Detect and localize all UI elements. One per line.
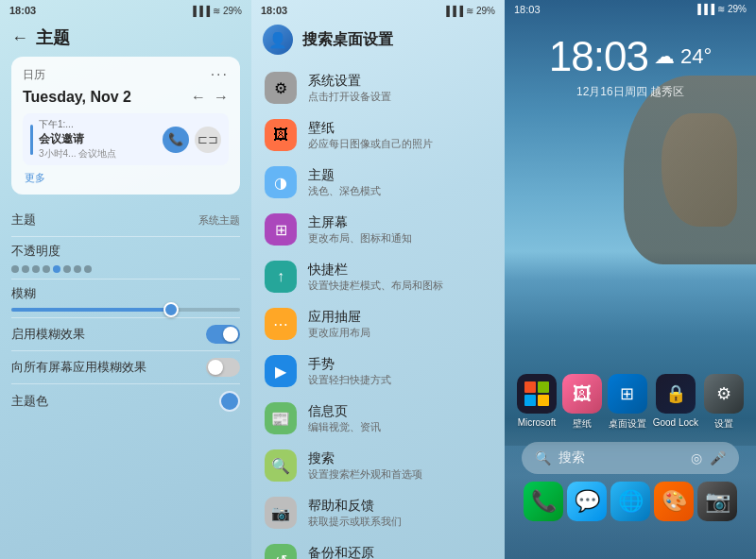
help-title: 帮助和反馈 <box>308 498 491 515</box>
drawer-text: 应用抽屉 更改应用布局 <box>308 309 491 340</box>
home-date-location: 12月16日周四 越秀区 <box>505 84 756 100</box>
wifi-p1: ≋ <box>213 6 220 16</box>
wallpaper-title: 壁纸 <box>308 120 491 137</box>
home-signal: ▐▐▐ <box>695 4 714 15</box>
battery-p2: 29% <box>476 6 495 16</box>
rock-1 <box>662 113 737 227</box>
phone-icon: 📞 <box>531 489 557 514</box>
cal-phone-icon[interactable]: 📞 <box>163 127 189 153</box>
system-title: 系统设置 <box>308 73 491 90</box>
settings-app[interactable]: ⚙ 设置 <box>704 374 744 431</box>
search-menu-title: 搜索 <box>308 450 491 467</box>
quickbar-text: 快捷栏 设置快捷栏模式、布局和图标 <box>308 262 491 293</box>
blur-fill <box>11 308 171 312</box>
menu-item-drawer[interactable]: ⋯ 应用抽屉 更改应用布局 <box>251 300 505 347</box>
gestures-title: 手势 <box>308 356 491 373</box>
dot2 <box>22 265 29 273</box>
cal-more-link[interactable]: 更多 <box>23 171 229 185</box>
panel2-header: 👤 搜索桌面设置 <box>251 21 505 60</box>
home-battery: 29% <box>728 4 747 15</box>
cal-next[interactable]: → <box>214 89 229 106</box>
settings-label: 设置 <box>714 417 733 431</box>
blur-slider-track[interactable] <box>11 308 240 312</box>
browser-icon: 🌐 <box>618 489 644 514</box>
menu-item-backup[interactable]: ↺ 备份和还原 保存或恢复旧的设置 <box>251 536 505 559</box>
toggle-knob-2 <box>208 360 223 375</box>
panel2-search-label: 搜索桌面设置 <box>302 30 393 50</box>
quickbar-sub: 设置快捷栏模式、布局和图标 <box>308 279 491 293</box>
camera-icon: 📷 <box>705 489 730 514</box>
search-input[interactable]: 搜索 <box>558 449 683 466</box>
gestures-text: 手势 设置轻扫快捷方式 <box>308 356 491 387</box>
status-icons-p1: ▐▐▐ ≋ 29% <box>190 6 242 16</box>
home-weather: ☁ 24° <box>654 44 712 69</box>
status-bar-p2: 18:03 ▐▐▐ ≋ 29% <box>251 0 505 21</box>
voice-search-icon[interactable]: ◎ <box>691 450 702 466</box>
menu-item-system[interactable]: ⚙ 系统设置 点击打开设备设置 <box>251 64 505 111</box>
help-icon: 📷 <box>265 497 297 529</box>
blur-effect-toggle[interactable] <box>206 325 240 344</box>
menu-item-news[interactable]: 📰 信息页 编辑视觉、资讯 <box>251 395 505 442</box>
gestures-sub: 设置轻扫快捷方式 <box>308 373 491 387</box>
search-action-icons: ◎ 🎤 <box>691 450 726 466</box>
cal-share-icon[interactable]: ⊏⊐ <box>195 127 221 153</box>
browser-app[interactable]: 🌐 <box>610 482 650 521</box>
wallpaper-app[interactable]: 🖼 壁纸 <box>562 374 602 431</box>
search-menu-sub: 设置搜索栏外观和首选项 <box>308 467 491 482</box>
menu-item-homescreen[interactable]: ⊞ 主屏幕 更改布局、图标和通知 <box>251 206 505 253</box>
opacity-label: 不透明度 <box>11 243 240 260</box>
goodlock-app[interactable]: 🔒 Good Lock <box>653 374 698 431</box>
desktop-app[interactable]: ⊞ 桌面设置 <box>608 374 647 431</box>
theme-setting[interactable]: 主题 系统主题 <box>11 204 240 237</box>
news-title: 信息页 <box>308 403 491 420</box>
toggle-knob-1 <box>223 327 238 342</box>
all-screen-blur-label: 向所有屏幕应用模糊效果 <box>11 359 146 376</box>
menu-item-quickbar[interactable]: ↑ 快捷栏 设置快捷栏模式、布局和图标 <box>251 253 505 300</box>
help-sub: 获取提示或联系我们 <box>308 515 491 529</box>
gallery-app[interactable]: 🎨 <box>654 482 694 521</box>
panel-theme: 18:03 ▐▐▐ ≋ 29% ← 主题 日历 ··· Tuesday, Nov… <box>0 0 251 559</box>
homescreen-icon: ⊞ <box>265 213 297 246</box>
menu-item-search[interactable]: 🔍 搜索 设置搜索栏外观和首选项 <box>251 442 505 489</box>
cal-menu-dots[interactable]: ··· <box>211 66 229 83</box>
cal-prev[interactable]: ← <box>191 89 206 106</box>
cal-event: 下午1:... 会议邀请 3小时4... 会议地点 📞 ⊏⊐ <box>23 113 229 165</box>
mic-icon[interactable]: 🎤 <box>710 450 726 466</box>
camera-app[interactable]: 📷 <box>697 482 737 521</box>
signal-p1: ▐▐▐ <box>190 6 210 16</box>
microsoft-label: Microsoft <box>518 417 557 428</box>
theme-menu-sub: 浅色、深色模式 <box>308 184 491 198</box>
home-search-bar[interactable]: 🔍 搜索 ◎ 🎤 <box>522 442 739 474</box>
theme-menu-title: 主题 <box>308 167 491 184</box>
quickbar-icon: ↑ <box>265 261 297 293</box>
menu-item-theme[interactable]: ◑ 主题 浅色、深色模式 <box>251 159 505 206</box>
dot-active <box>53 265 60 273</box>
menu-item-help[interactable]: 📷 帮助和反馈 获取提示或联系我们 <box>251 489 505 536</box>
blur-effect-label: 启用模糊效果 <box>11 326 85 343</box>
theme-menu-icon: ◑ <box>265 166 297 198</box>
dot3 <box>32 265 40 273</box>
home-clock-row: 18:03 ☁ 24° <box>505 33 756 80</box>
all-screen-blur-toggle[interactable] <box>206 358 240 377</box>
blur-slider-row: 模糊 <box>11 280 240 318</box>
opacity-dots <box>11 265 240 273</box>
home-wifi: ≋ <box>717 4 725 15</box>
drawer-sub: 更改应用布局 <box>308 326 491 340</box>
ms-cell-1 <box>524 381 536 393</box>
menu-item-wallpaper[interactable]: 🖼 壁纸 必应每日图像或自己的照片 <box>251 111 505 159</box>
home-time-weather: 18:03 ☁ 24° 12月16日周四 越秀区 <box>505 19 756 105</box>
back-button[interactable]: ← <box>11 28 28 48</box>
wallpaper-icon-img: 🖼 <box>562 374 602 414</box>
phone-app[interactable]: 📞 <box>524 482 563 521</box>
menu-item-gestures[interactable]: ▶ 手势 设置轻扫快捷方式 <box>251 347 505 395</box>
dot4 <box>43 265 50 273</box>
search-text: 搜索 设置搜索栏外观和首选项 <box>308 450 491 482</box>
microsoft-app[interactable]: Microsoft <box>517 374 557 431</box>
wallpaper-text: 壁纸 必应每日图像或自己的照片 <box>308 120 491 151</box>
theme-color-row: 主题色 <box>11 384 240 418</box>
theme-color-label: 主题色 <box>11 393 48 410</box>
message-icon: 💬 <box>575 489 600 514</box>
message-app[interactable]: 💬 <box>567 482 607 521</box>
blur-thumb[interactable] <box>163 302 179 317</box>
theme-color-dot[interactable] <box>219 391 240 412</box>
